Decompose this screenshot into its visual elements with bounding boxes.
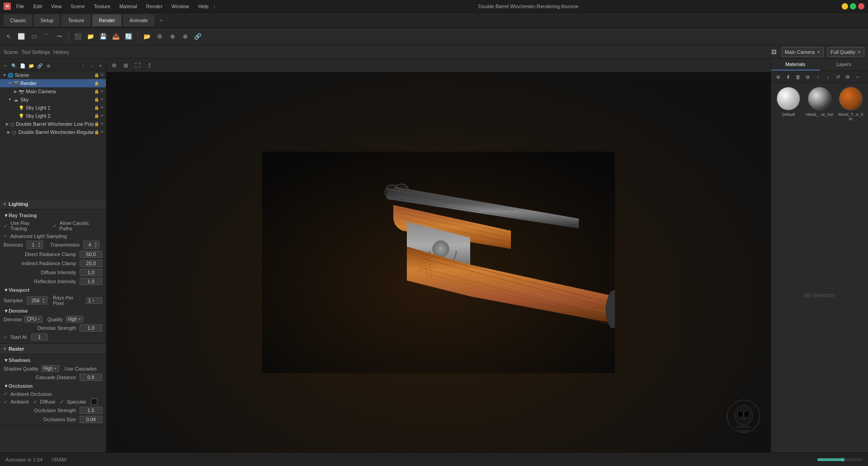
quality-dropdown[interactable]: Full Quality ▼ [827, 47, 864, 57]
tree-btn-a[interactable]: 🔍 [10, 62, 18, 69]
material-item-wood[interactable]: Wood_T...e_Set [837, 87, 864, 121]
menu-scene[interactable]: Scene [69, 3, 86, 10]
material-item-metal[interactable]: Metal_...te_Set [806, 87, 834, 121]
mat-move-down-btn[interactable]: ↓ [824, 73, 832, 81]
viewport-header[interactable]: ▼ Viewport [0, 286, 106, 294]
viewport-icon-a[interactable]: 🖼 [770, 48, 778, 56]
specular-check[interactable]: ✓ [60, 399, 64, 405]
close-button[interactable] [858, 3, 864, 10]
direct-radiance-clamp-input[interactable] [80, 251, 102, 258]
use-ray-tracing-check[interactable]: ✓ [4, 223, 8, 229]
tool-f[interactable]: 📂 [142, 32, 152, 42]
menu-edit[interactable]: Edit [32, 3, 44, 10]
tool-g[interactable]: ⚙ [155, 32, 165, 42]
tree-item-skylight1[interactable]: 💡 Sky Light 1 🔒👁 [0, 104, 106, 112]
quality-dropdown-denoise[interactable]: High ▼ [66, 316, 84, 323]
allow-caustic-check[interactable]: ✓ [52, 223, 57, 229]
tab-animate[interactable]: Animate [123, 14, 154, 26]
mat-duplicate-btn[interactable]: ⧉ [804, 73, 812, 81]
tree-btn-g[interactable]: ↓ [88, 62, 95, 69]
minimize-button[interactable] [842, 3, 848, 10]
ray-tracing-header[interactable]: ▼ Ray Tracing [0, 211, 106, 219]
mat-import-btn[interactable]: ⬇ [784, 73, 792, 81]
ambient-occlusion-check[interactable]: ✓ [4, 391, 8, 397]
shadows-header[interactable]: ▼ Shadows [0, 356, 106, 364]
tab-layers[interactable]: Layers [820, 59, 868, 71]
cascade-distance-input[interactable] [80, 374, 102, 381]
start-at-input[interactable] [31, 333, 48, 341]
menu-texture[interactable]: Texture [92, 3, 112, 10]
tree-btn-d[interactable]: 🔗 [36, 62, 43, 69]
tool-a[interactable]: ⬛ [73, 32, 83, 42]
menu-file[interactable]: File [14, 3, 26, 10]
tool-d[interactable]: 📤 [111, 32, 121, 42]
viewport-settings-icon[interactable]: ⚙ [110, 62, 118, 70]
tab-render[interactable]: Render [92, 14, 121, 26]
shadow-quality-dropdown[interactable]: High ▼ [41, 365, 59, 372]
occlusion-size-input[interactable] [80, 416, 102, 423]
tree-item-sky[interactable]: ▼ ☁ Sky 🔒👁 [0, 95, 106, 104]
tree-btn-e[interactable]: ⊕ [45, 62, 52, 69]
advanced-light-check[interactable]: ✓ [4, 233, 8, 239]
bounces-input[interactable]: 1 ▲▼ [27, 241, 43, 249]
indirect-radiance-clamp-input[interactable] [80, 260, 102, 267]
material-item-default[interactable]: Default [775, 87, 802, 121]
diffuse-check[interactable]: ✓ [33, 399, 37, 405]
tree-item-camera[interactable]: ▶ 📷 Main Camera 🔒👁 [0, 87, 106, 95]
mat-settings-btn[interactable]: ⚙ [844, 73, 852, 81]
tool-settings-label[interactable]: Tool Settings [21, 49, 50, 55]
reflection-intensity-input[interactable] [80, 278, 102, 285]
viewport-layout-icon[interactable]: ⊞ [122, 62, 130, 70]
maximize-button[interactable] [850, 3, 856, 10]
curve-tool[interactable]: 〜 [54, 32, 64, 42]
color-swatch[interactable] [91, 399, 97, 405]
tab-texture[interactable]: Texture [62, 14, 91, 26]
tree-btn-add[interactable]: + [2, 62, 9, 69]
tree-item-scene[interactable]: ▼ 🌐 Scene 🔒👁 [0, 71, 106, 79]
mat-refresh-btn[interactable]: ↺ [834, 73, 842, 81]
viewport-export-icon[interactable]: ⤴ [145, 62, 153, 70]
rect-tool[interactable]: ⬜ [16, 32, 26, 42]
occlusion-strength-input[interactable] [80, 407, 102, 414]
path-tool[interactable]: ⌒ [42, 32, 52, 42]
diffuse-intensity-input[interactable] [80, 269, 102, 276]
history-label[interactable]: History [53, 49, 69, 55]
tree-item-skylight2[interactable]: 💡 Sky Light 2 🔒👁 [0, 112, 106, 120]
menu-material[interactable]: Material [118, 3, 139, 10]
tool-i[interactable]: ⊗ [180, 32, 190, 42]
tree-btn-c[interactable]: 📁 [28, 62, 35, 69]
denoise-header[interactable]: ▼ Denoise [0, 307, 106, 315]
lighting-section-header[interactable]: ▼ Lighting [0, 199, 106, 209]
mat-delete-btn[interactable]: 🗑 [794, 73, 802, 81]
circle-tool[interactable]: ⬭ [29, 32, 39, 42]
tab-plus[interactable]: + [156, 14, 166, 26]
menu-window[interactable]: Window [170, 3, 191, 10]
denoise-type-dropdown[interactable]: CPU ▼ [24, 316, 43, 323]
occlusion-header[interactable]: ▼ Occlusion [0, 382, 106, 390]
viewport-fullscreen-icon[interactable]: ⛶ [134, 62, 142, 70]
tree-btn-b[interactable]: 📄 [19, 62, 26, 69]
tree-item-render[interactable]: ▼ 🎬 Render 🔒👁 [0, 79, 106, 87]
tab-classic[interactable]: Classic [4, 14, 32, 26]
tool-e[interactable]: 🔄 [124, 32, 134, 42]
tool-j[interactable]: 🔗 [193, 32, 203, 42]
tree-item-regular[interactable]: ▶ ◻ Double Barrel Winchester-Regular 🔒👁 [0, 128, 106, 136]
select-tool[interactable]: ↖ [4, 32, 14, 42]
tool-c[interactable]: 💾 [98, 32, 108, 42]
mat-move-up-btn[interactable]: ↑ [814, 73, 822, 81]
tree-btn-f[interactable]: ↑ [80, 62, 87, 69]
transmission-input[interactable]: 4 ▲▼ [83, 241, 100, 249]
camera-dropdown[interactable]: Main Camera ▼ [782, 47, 824, 57]
tree-item-lowpoly[interactable]: ▶ ◻ Double Barrel Winchester Low Poly 🔒👁 [0, 120, 106, 128]
ambient-check[interactable]: ✓ [4, 399, 8, 405]
denoise-strength-input[interactable] [80, 324, 102, 332]
tab-materials[interactable]: Materials [771, 59, 820, 71]
mat-range-btn[interactable]: ↔ [854, 73, 862, 81]
start-at-check[interactable]: ✓ [4, 334, 8, 340]
tab-setup[interactable]: Setup [34, 14, 60, 26]
rays-per-pixel-dropdown[interactable]: 1 ▼ [86, 297, 102, 304]
menu-render[interactable]: Render [144, 3, 164, 10]
tool-b[interactable]: 📁 [86, 32, 95, 42]
scene-label[interactable]: Scene [4, 49, 18, 55]
tool-h[interactable]: ⊕ [167, 32, 177, 42]
